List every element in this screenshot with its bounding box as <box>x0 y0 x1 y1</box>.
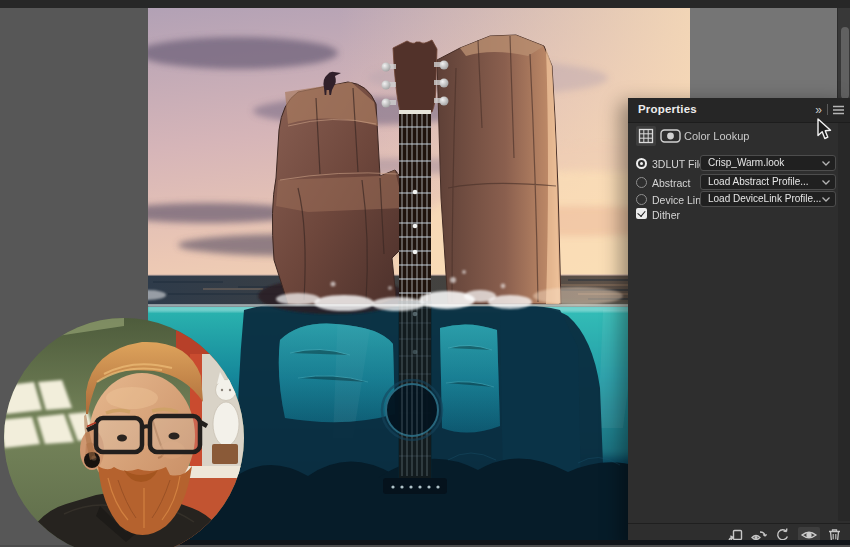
field-label: 3DLUT File <box>652 158 705 170</box>
field-label: Device Link <box>652 194 706 206</box>
dropdown-value: Load Abstract Profile... <box>708 176 809 187</box>
panel-title: Properties <box>638 103 697 115</box>
webcam-overlay <box>4 318 244 547</box>
field-row-3dlut: 3DLUT File Crisp_Warm.look <box>628 155 850 172</box>
dropdown-value: Load DeviceLink Profile... <box>708 193 821 204</box>
vertical-scrollbar[interactable] <box>837 8 850 100</box>
chevron-down-icon <box>822 180 830 185</box>
dropdown-device-link[interactable]: Load DeviceLink Profile... <box>700 191 836 207</box>
mouse-cursor-icon <box>816 118 833 141</box>
layer-mask-icon[interactable] <box>660 128 682 144</box>
dither-row: Dither <box>628 206 850 222</box>
pasteboard-right <box>690 8 838 100</box>
dropdown-value: Crisp_Warm.look <box>708 157 784 168</box>
dither-label: Dither <box>652 209 680 221</box>
scrollbar-thumb[interactable] <box>841 27 849 99</box>
field-label: Abstract <box>652 177 691 189</box>
dither-checkbox[interactable] <box>636 208 647 219</box>
chevron-down-icon <box>822 161 830 166</box>
radio-abstract[interactable] <box>636 177 647 188</box>
radio-3dlut-file[interactable] <box>636 158 647 169</box>
properties-panel: Properties » Color Lookup <box>628 98 850 547</box>
header-divider <box>827 104 828 115</box>
adjustment-label: Color Lookup <box>684 130 749 142</box>
field-row-abstract: Abstract Load Abstract Profile... <box>628 174 850 191</box>
window-top-strip <box>0 0 850 8</box>
lut-grid-icon[interactable] <box>636 126 656 146</box>
radio-device-link[interactable] <box>636 194 647 205</box>
chevron-down-icon <box>822 197 830 202</box>
collapse-panels-icon[interactable]: » <box>815 103 822 117</box>
photoshop-workspace: Properties » Color Lookup <box>0 0 850 547</box>
dropdown-abstract[interactable]: Load Abstract Profile... <box>700 174 836 190</box>
panel-menu-icon[interactable] <box>833 105 844 115</box>
dropdown-3dlut-file[interactable]: Crisp_Warm.look <box>700 155 836 171</box>
presenter-portrait <box>4 318 244 547</box>
